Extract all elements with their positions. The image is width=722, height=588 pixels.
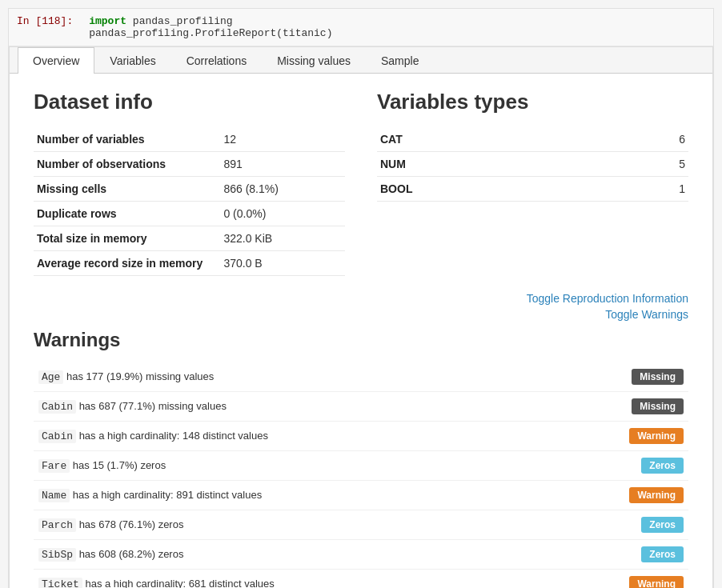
tab-sample[interactable]: Sample	[366, 47, 434, 74]
toggle-warnings-link[interactable]: Toggle Warnings	[34, 308, 688, 321]
info-label: Missing cells	[34, 177, 220, 202]
dataset-info-table: Number of variables12Number of observati…	[34, 127, 345, 276]
tab-variables[interactable]: Variables	[94, 47, 170, 74]
warning-row: Age has 177 (19.9%) missing values Missi…	[34, 362, 688, 392]
warnings-section: Warnings Age has 177 (19.9%) missing val…	[34, 329, 688, 588]
var-count: 5	[612, 152, 688, 177]
warning-row: Parch has 678 (76.1%) zeros Zeros	[34, 510, 688, 540]
var-type: NUM	[377, 152, 612, 177]
warning-text: Ticket has a high cardinality: 681 disti…	[38, 578, 275, 588]
tab-overview[interactable]: Overview	[18, 47, 94, 74]
warning-row: Ticket has a high cardinality: 681 disti…	[34, 570, 688, 588]
info-table-row: Number of observations891	[34, 152, 345, 177]
tab-missing-values[interactable]: Missing values	[262, 47, 366, 74]
warning-code: Age	[38, 370, 63, 384]
cell-label: In [118]:	[9, 9, 81, 46]
warning-code: Name	[38, 489, 70, 502]
tab-correlations[interactable]: Correlations	[171, 47, 262, 74]
var-table-row: NUM5	[377, 152, 688, 177]
warning-text: Name has a high cardinality: 891 distinc…	[38, 489, 262, 502]
warning-text: Parch has 678 (76.1%) zeros	[38, 518, 183, 531]
info-table-row: Average record size in memory370.0 B	[34, 251, 345, 276]
variables-types-col: Variables types CAT6NUM5BOOL1	[377, 90, 688, 276]
warning-code: Parch	[38, 518, 76, 532]
warning-badge: Zeros	[641, 517, 684, 533]
info-label: Total size in memory	[34, 226, 220, 251]
dataset-info-title: Dataset info	[34, 90, 345, 114]
overview-content: Dataset info Number of variables12Number…	[10, 74, 712, 588]
warning-badge: Zeros	[641, 458, 684, 474]
info-value: 322.0 KiB	[220, 226, 345, 251]
dataset-info-col: Dataset info Number of variables12Number…	[34, 90, 345, 276]
cell-code: import pandas_profiling pandas_profiling…	[81, 9, 713, 46]
info-value: 891	[220, 152, 345, 177]
cell-input: In [118]: import pandas_profiling pandas…	[9, 9, 713, 46]
var-table-row: BOOL1	[377, 177, 688, 202]
warning-code: Fare	[38, 459, 70, 473]
warnings-list: Age has 177 (19.9%) missing values Missi…	[34, 362, 688, 588]
warning-badge: Warning	[629, 576, 684, 588]
warning-badge: Missing	[632, 369, 684, 385]
warning-row: Cabin has 687 (77.1%) missing values Mis…	[34, 392, 688, 422]
warning-text: Age has 177 (19.9%) missing values	[38, 370, 214, 383]
warning-code: Cabin	[38, 430, 76, 443]
warning-badge: Warning	[629, 428, 684, 444]
warnings-title: Warnings	[34, 329, 688, 351]
warning-row: Fare has 15 (1.7%) zeros Zeros	[34, 451, 688, 481]
cell-output: Overview Variables Correlations Missing …	[9, 46, 713, 588]
notebook-cell: In [118]: import pandas_profiling pandas…	[8, 8, 714, 588]
warning-text: Cabin has 687 (77.1%) missing values	[38, 400, 227, 413]
var-type: CAT	[377, 127, 612, 152]
info-table-row: Duplicate rows0 (0.0%)	[34, 202, 345, 226]
warning-code: Cabin	[38, 400, 76, 414]
toggle-reproduction-link[interactable]: Toggle Reproduction Information	[34, 292, 688, 305]
var-table-row: CAT6	[377, 127, 688, 152]
warning-row: SibSp has 608 (68.2%) zeros Zeros	[34, 540, 688, 570]
warning-code: SibSp	[38, 548, 76, 562]
var-count: 6	[612, 127, 688, 152]
warning-text: SibSp has 608 (68.2%) zeros	[38, 548, 183, 561]
info-value: 12	[220, 127, 345, 152]
warning-row: Name has a high cardinality: 891 distinc…	[34, 481, 688, 510]
info-value: 866 (8.1%)	[220, 177, 345, 202]
info-label: Duplicate rows	[34, 202, 220, 226]
warning-badge: Warning	[629, 487, 684, 503]
code-keyword: import	[89, 15, 126, 27]
var-type: BOOL	[377, 177, 612, 202]
warning-code: Ticket	[38, 578, 82, 588]
warning-row: Cabin has a high cardinality: 148 distin…	[34, 422, 688, 451]
info-columns: Dataset info Number of variables12Number…	[34, 90, 688, 276]
info-value: 0 (0.0%)	[220, 202, 345, 226]
variables-types-table: CAT6NUM5BOOL1	[377, 127, 688, 202]
info-value: 370.0 B	[220, 251, 345, 276]
var-count: 1	[612, 177, 688, 202]
tab-bar: Overview Variables Correlations Missing …	[10, 47, 712, 74]
warning-text: Cabin has a high cardinality: 148 distin…	[38, 430, 268, 442]
info-table-row: Number of variables12	[34, 127, 345, 152]
info-label: Number of observations	[34, 152, 220, 177]
info-label: Number of variables	[34, 127, 220, 152]
info-label: Average record size in memory	[34, 251, 220, 276]
warning-text: Fare has 15 (1.7%) zeros	[38, 459, 166, 472]
toggle-links: Toggle Reproduction Information Toggle W…	[34, 292, 688, 321]
info-table-row: Missing cells866 (8.1%)	[34, 177, 345, 202]
variables-types-title: Variables types	[377, 90, 688, 114]
info-table-row: Total size in memory322.0 KiB	[34, 226, 345, 251]
warning-badge: Zeros	[641, 546, 684, 562]
warning-badge: Missing	[632, 398, 684, 414]
